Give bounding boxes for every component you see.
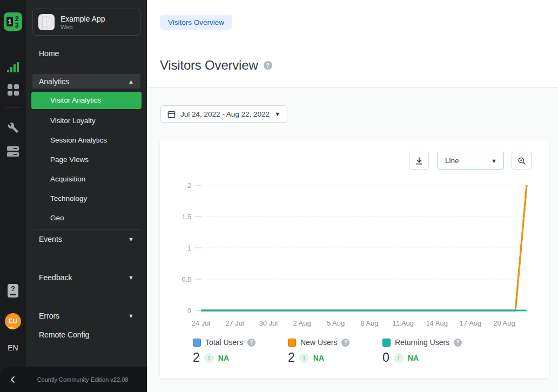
legend-total-users: Total Users ? 2 ↑ NA xyxy=(193,338,256,365)
sidebar-item-geo[interactable]: Geo xyxy=(31,208,142,228)
svg-text:24 Jul: 24 Jul xyxy=(192,319,211,327)
svg-text:17 Aug: 17 Aug xyxy=(460,319,482,327)
visitors-chart-card: Line ▼ 00.511.5224 Jul27 Jul30 Jul2 Aug5… xyxy=(160,139,549,379)
legend-help-icon[interactable]: ? xyxy=(454,339,462,347)
svg-text:0: 0 xyxy=(187,307,191,315)
visitors-chart: 00.511.5224 Jul27 Jul30 Jul2 Aug5 Aug8 A… xyxy=(160,172,549,336)
app-name: Example App xyxy=(60,15,105,24)
apps-grid-icon xyxy=(8,84,19,96)
legend-help-icon[interactable]: ? xyxy=(247,339,256,347)
sidebar-item-remote-config[interactable]: Remote Config xyxy=(32,328,140,342)
chevron-left-icon xyxy=(9,375,17,384)
region-badge[interactable]: EU xyxy=(0,313,26,329)
svg-text:8 Aug: 8 Aug xyxy=(360,319,378,327)
svg-text:14 Aug: 14 Aug xyxy=(426,319,448,327)
legend-name: Total Users xyxy=(205,338,243,347)
download-icon xyxy=(415,157,423,165)
chevron-down-icon: ▼ xyxy=(491,158,497,164)
total-users-swatch xyxy=(193,339,201,347)
returning-users-swatch xyxy=(382,339,391,347)
trend-up-icon: ↑ xyxy=(299,353,309,363)
title-help-icon[interactable]: ? xyxy=(264,61,272,70)
sidebar-item-page-views[interactable]: Page Views xyxy=(31,150,142,170)
tab-label: Visitors Overview xyxy=(168,18,224,26)
chevron-down-icon: ▼ xyxy=(274,111,280,117)
svg-text:20 Aug: 20 Aug xyxy=(493,319,515,327)
sidebar-item-visitor-loyalty[interactable]: Visitor Loyalty xyxy=(31,111,142,131)
language-selector[interactable]: EN xyxy=(0,342,26,353)
magnifier-plus-icon xyxy=(517,157,526,165)
legend-returning-users: Returning Users ? 0 ↑ NA xyxy=(382,338,462,365)
rail-management-item[interactable] xyxy=(0,121,26,134)
tab-visitors-overview[interactable]: Visitors Overview xyxy=(160,15,232,30)
sidebar-item-session-analytics[interactable]: Session Analytics xyxy=(31,131,142,150)
sidebar-item-technology[interactable]: Technology xyxy=(31,189,142,208)
language-label: EN xyxy=(8,343,18,352)
svg-text:0.5: 0.5 xyxy=(182,276,191,283)
trend-up-icon: ↑ xyxy=(204,353,214,363)
analytics-label: Analytics xyxy=(39,77,69,86)
icon-rail: 1 2 3 xyxy=(0,0,26,392)
sidebar-group-errors[interactable]: Errors ▼ xyxy=(32,309,140,323)
sidebar-item-acquisition[interactable]: Acquisition xyxy=(31,170,142,189)
main-content: Visitors Overview Visitors Overview ? Ju… xyxy=(147,0,558,392)
svg-text:11 Aug: 11 Aug xyxy=(393,319,414,327)
sidebar-item-home[interactable]: Home xyxy=(32,46,140,60)
rail-divider xyxy=(5,107,21,107)
sidebar: Example App Web Home Analytics ▲ Visitor… xyxy=(26,0,147,392)
legend-name: Returning Users xyxy=(395,338,449,347)
line-chart-svg: 00.511.5224 Jul27 Jul30 Jul2 Aug5 Aug8 A… xyxy=(160,172,549,334)
chart-type-select[interactable]: Line ▼ xyxy=(437,152,504,170)
date-range-picker[interactable]: Jul 24, 2022 - Aug 22, 2022 ▼ xyxy=(160,105,287,123)
new-users-swatch xyxy=(288,339,296,347)
chevron-down-icon: ▼ xyxy=(128,274,134,281)
remote-config-label: Remote Config xyxy=(39,330,89,339)
svg-text:30 Jul: 30 Jul xyxy=(259,319,278,327)
analytics-bars-icon xyxy=(7,62,19,73)
trend-label: NA xyxy=(313,354,324,362)
legend-name: New Users xyxy=(300,338,337,347)
svg-text:2 Aug: 2 Aug xyxy=(293,319,311,327)
chart-zoom-button[interactable] xyxy=(512,152,532,170)
svg-text:1.5: 1.5 xyxy=(182,213,191,221)
collapse-sidebar-button[interactable] xyxy=(0,375,26,384)
legend-help-icon[interactable]: ? xyxy=(341,339,349,347)
legend-new-users: New Users ? 2 ↑ NA xyxy=(288,338,349,365)
legend-value: 2 xyxy=(288,350,295,365)
rail-analytics-item[interactable] xyxy=(0,60,26,73)
sidebar-group-events[interactable]: Events ▼ xyxy=(32,232,140,246)
svg-text:3: 3 xyxy=(15,22,19,29)
countly-dashboard: 1 2 3 xyxy=(0,0,558,392)
sidebar-group-analytics[interactable]: Analytics ▲ xyxy=(32,74,140,89)
date-range-value: Jul 24, 2022 - Aug 22, 2022 xyxy=(180,110,270,118)
sidebar-group-feedback[interactable]: Feedback ▼ xyxy=(32,271,140,285)
sidebar-footer: Countly Community Edition v22.08 xyxy=(0,367,147,392)
feedback-label: Feedback xyxy=(39,273,72,282)
chevron-down-icon: ▼ xyxy=(128,313,134,319)
download-chart-button[interactable] xyxy=(409,152,429,170)
rail-help-item[interactable]: ? xyxy=(0,283,26,298)
rail-data-manager-item[interactable] xyxy=(0,145,26,158)
region-label: EU xyxy=(9,317,18,325)
chevron-up-icon: ▲ xyxy=(128,78,134,85)
home-label: Home xyxy=(39,49,59,58)
chevron-down-icon: ▼ xyxy=(128,236,134,242)
svg-text:1: 1 xyxy=(187,245,191,252)
version-label: Countly Community Edition v22.08 xyxy=(26,376,147,383)
countly-logo-icon: 1 2 3 xyxy=(3,12,23,31)
trend-label: NA xyxy=(218,354,229,362)
wrench-icon xyxy=(8,122,19,133)
page-header: Visitors Overview Visitors Overview ? xyxy=(147,0,558,87)
help-doc-icon: ? xyxy=(8,284,18,298)
svg-text:2: 2 xyxy=(187,182,191,190)
servers-icon xyxy=(7,146,19,157)
app-icon xyxy=(38,14,55,30)
trend-label: NA xyxy=(408,354,419,362)
page-title: Visitors Overview xyxy=(160,58,258,73)
rail-apps-item[interactable] xyxy=(0,84,26,96)
countly-logo[interactable]: 1 2 3 xyxy=(0,12,26,31)
sidebar-item-visitor-analytics[interactable]: Visitor Analytics xyxy=(31,92,142,109)
svg-text:27 Jul: 27 Jul xyxy=(225,319,244,327)
trend-up-icon: ↑ xyxy=(394,353,404,363)
app-selector[interactable]: Example App Web xyxy=(32,9,140,36)
